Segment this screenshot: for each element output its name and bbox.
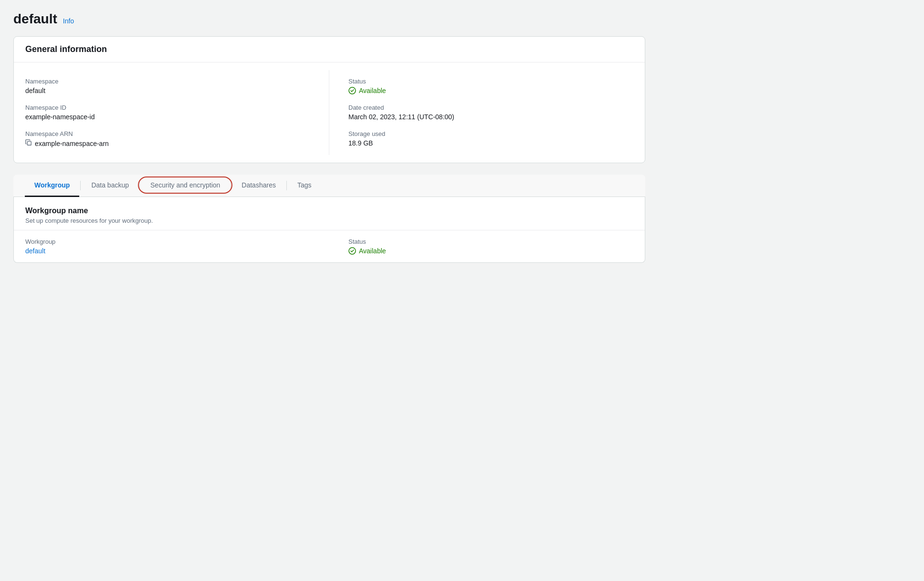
- copy-icon[interactable]: [25, 139, 32, 147]
- tab-data-backup[interactable]: Data backup: [82, 175, 138, 197]
- tab-security-encryption[interactable]: Security and encryption: [141, 175, 230, 197]
- date-created-field: Date created March 02, 2023, 12:11 (UTC-…: [348, 104, 633, 121]
- wg-status-value: Available: [348, 247, 633, 255]
- wg-status-label: Status: [348, 238, 633, 245]
- general-info-title: General information: [25, 44, 633, 54]
- date-created-value: March 02, 2023, 12:11 (UTC-08:00): [348, 113, 633, 121]
- workgroup-card-header: Workgroup name Set up compute resources …: [14, 197, 645, 230]
- info-grid: Namespace default Namespace ID example-n…: [25, 70, 633, 155]
- namespace-arn-field: Namespace ARN example-namespace-arn: [25, 130, 314, 147]
- namespace-id-value: example-namespace-id: [25, 113, 314, 121]
- storage-used-value: 18.9 GB: [348, 139, 633, 147]
- page-header: default Info: [13, 11, 645, 27]
- workgroup-card: Workgroup name Set up compute resources …: [13, 197, 645, 263]
- tab-datashares[interactable]: Datashares: [232, 175, 285, 197]
- info-link[interactable]: Info: [63, 17, 74, 25]
- namespace-field: Namespace default: [25, 78, 314, 94]
- namespace-value: default: [25, 87, 314, 94]
- workgroup-table-row: Workgroup default Status Available: [25, 230, 633, 262]
- date-created-label: Date created: [348, 104, 633, 111]
- workgroup-col-value[interactable]: default: [25, 247, 329, 255]
- storage-used-field: Storage used 18.9 GB: [348, 130, 633, 147]
- namespace-arn-value: example-namespace-arn: [35, 140, 109, 147]
- namespace-id-field: Namespace ID example-namespace-id: [25, 104, 314, 121]
- workgroup-col-left: Workgroup default: [25, 238, 329, 255]
- wg-available-icon: [348, 247, 356, 255]
- namespace-label: Namespace: [25, 78, 314, 85]
- general-info-header: General information: [14, 37, 645, 62]
- tab-divider-4: [286, 181, 287, 190]
- status-label: Status: [348, 78, 633, 85]
- tab-divider-1: [80, 181, 81, 190]
- arn-row: example-namespace-arn: [25, 139, 314, 147]
- workgroup-table: Workgroup default Status Available: [14, 230, 645, 262]
- status-field: Status Available: [348, 78, 633, 94]
- info-right-col: Status Available Date created March 02, …: [329, 70, 633, 155]
- tab-workgroup[interactable]: Workgroup: [25, 175, 79, 197]
- page-title: default: [13, 11, 57, 27]
- general-info-body: Namespace default Namespace ID example-n…: [14, 62, 645, 163]
- workgroup-card-subtitle: Set up compute resources for your workgr…: [25, 217, 633, 224]
- tab-divider-3: [231, 181, 231, 190]
- workgroup-col-right: Status Available: [329, 238, 633, 255]
- namespace-id-label: Namespace ID: [25, 104, 314, 111]
- tab-tags[interactable]: Tags: [288, 175, 321, 197]
- info-left-col: Namespace default Namespace ID example-n…: [25, 70, 329, 155]
- workgroup-card-title: Workgroup name: [25, 207, 633, 215]
- storage-used-label: Storage used: [348, 130, 633, 137]
- tabs-bar: Workgroup Data backup Security and encry…: [13, 175, 645, 197]
- namespace-arn-label: Namespace ARN: [25, 130, 314, 137]
- svg-rect-0: [27, 141, 31, 145]
- general-info-card: General information Namespace default Na…: [13, 36, 645, 163]
- tab-divider-2: [139, 181, 140, 190]
- workgroup-col-label: Workgroup: [25, 238, 329, 245]
- status-value: Available: [348, 87, 633, 94]
- available-icon: [348, 87, 356, 94]
- tabs-section: Workgroup Data backup Security and encry…: [13, 175, 645, 263]
